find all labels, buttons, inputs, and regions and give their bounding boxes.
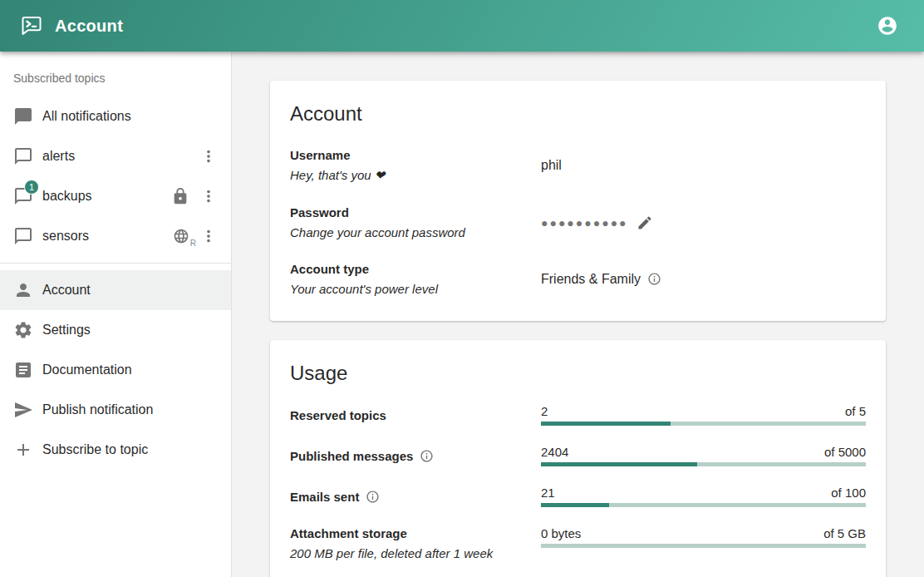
sidebar-item-topic-alerts[interactable]: alerts: [0, 136, 231, 176]
sidebar-item-documentation[interactable]: Documentation: [0, 350, 231, 390]
account-type-value: Friends & Family: [541, 272, 641, 287]
usage-card: Usage Reserved topics 2 of 5: [270, 340, 886, 577]
sidebar-item-label: Documentation: [42, 362, 218, 377]
usage-value: 21: [541, 486, 555, 500]
sidebar-item-label: All notifications: [42, 109, 218, 124]
info-icon[interactable]: [420, 449, 434, 463]
info-icon[interactable]: [647, 272, 661, 286]
usage-limit: of 5: [845, 404, 866, 418]
account-type-caption: Your account's power level: [290, 282, 541, 296]
unread-count-badge: 1: [24, 180, 39, 195]
sidebar-item-all-notifications[interactable]: All notifications: [0, 96, 231, 136]
sidebar-item-label: Subscribe to topic: [42, 442, 218, 457]
sidebar-item-label: Publish notification: [42, 402, 218, 417]
sidebar-item-label: backups: [42, 189, 171, 204]
password-caption: Change your account password: [290, 225, 541, 239]
chat-bubble-filled-icon: [13, 106, 42, 126]
username-caption: Hey, that's you ❤: [290, 168, 541, 183]
progress-fill: [541, 503, 609, 507]
chat-bubble-outline-icon: 1: [13, 186, 42, 206]
account-card-title: Account: [290, 102, 866, 126]
chat-bubble-outline-icon: [13, 146, 42, 166]
subscribed-topics-heading: Subscribed topics: [0, 57, 231, 96]
gear-icon: [13, 320, 42, 340]
progress-bar: [541, 462, 866, 466]
attachment-storage-meter: 0 bytes of 5 GB: [541, 526, 866, 548]
progress-fill: [541, 422, 671, 426]
attachment-storage-label: Attachment storage: [290, 526, 407, 540]
account-card: Account Username Hey, that's you ❤ phil …: [270, 81, 886, 321]
sidebar-item-settings[interactable]: Settings: [0, 310, 231, 350]
usage-limit: of 5 GB: [823, 526, 866, 540]
lock-icon: [171, 187, 189, 205]
usage-value: 2404: [541, 445, 568, 459]
reserved-topics-meter: 2 of 5: [541, 404, 866, 426]
usage-card-title: Usage: [290, 362, 866, 385]
attachment-storage-row: Attachment storage 200 MB per file, dele…: [290, 526, 866, 560]
page-title: Account: [55, 17, 123, 36]
account-type-label: Account type: [290, 262, 541, 276]
sidebar-item-publish-notification[interactable]: Publish notification: [0, 390, 231, 430]
password-row: Password Change your account password ●●…: [290, 205, 866, 239]
emails-sent-meter: 21 of 100: [541, 486, 866, 507]
username-value: phil: [541, 158, 562, 173]
sidebar-item-label: Settings: [42, 323, 218, 338]
ntfy-logo-icon: [20, 14, 43, 37]
usage-value: 2: [541, 404, 548, 418]
usage-limit: of 5000: [824, 445, 866, 459]
sidebar-item-subscribe-to-topic[interactable]: Subscribe to topic: [0, 430, 231, 470]
account-type-row: Account type Your account's power level …: [290, 262, 866, 296]
sidebar-item-account[interactable]: Account: [0, 270, 231, 310]
sidebar-item-label: alerts: [42, 149, 199, 164]
app-bar: Account: [0, 0, 924, 52]
kebab-menu-icon: [199, 187, 218, 205]
usage-value: 0 bytes: [541, 526, 581, 540]
reserved-topics-label: Reserved topics: [290, 408, 386, 422]
topic-menu-button[interactable]: [199, 147, 218, 165]
username-row: Username Hey, that's you ❤ phil: [290, 148, 866, 183]
username-label: Username: [290, 148, 541, 162]
sidebar-item-topic-sensors[interactable]: sensors R: [0, 216, 231, 256]
topic-menu-button[interactable]: [199, 227, 218, 245]
account-circle-icon: [877, 15, 898, 37]
account-circle-button[interactable]: [871, 9, 904, 42]
progress-bar: [541, 422, 866, 426]
emails-sent-label: Emails sent: [290, 490, 359, 504]
kebab-menu-icon: [199, 227, 218, 245]
sidebar-divider: [0, 263, 231, 264]
globe-reserved-icon: R: [173, 228, 189, 244]
edit-password-button[interactable]: [636, 215, 653, 231]
usage-limit: of 100: [831, 486, 866, 500]
sidebar: Subscribed topics All notifications aler…: [0, 52, 232, 577]
sidebar-item-label: sensors: [42, 229, 173, 244]
password-label: Password: [290, 205, 541, 219]
attachment-storage-caption: 200 MB per file, deleted after 1 week: [290, 546, 541, 560]
chat-bubble-outline-icon: [13, 226, 42, 246]
published-messages-label: Published messages: [290, 449, 413, 463]
progress-bar: [541, 503, 866, 507]
info-icon[interactable]: [366, 490, 380, 504]
progress-fill: [541, 462, 697, 466]
person-icon: [13, 280, 42, 300]
topic-menu-button[interactable]: [199, 187, 218, 205]
kebab-menu-icon: [199, 147, 218, 165]
emails-sent-row: Emails sent 21 of 100: [290, 486, 866, 507]
article-icon: [13, 360, 42, 380]
plus-icon: [13, 440, 42, 460]
password-masked-value: ●●●●●●●●●●: [541, 216, 628, 229]
sidebar-item-label: Account: [42, 283, 218, 298]
published-messages-row: Published messages 2404 of 5000: [290, 445, 866, 466]
progress-bar: [541, 544, 866, 548]
reserved-topics-row: Reserved topics 2 of 5: [290, 404, 866, 426]
main-content: Account Username Hey, that's you ❤ phil …: [232, 52, 924, 577]
send-icon: [13, 400, 42, 420]
content-layout: Subscribed topics All notifications aler…: [0, 52, 924, 577]
pencil-icon: [636, 215, 653, 231]
sidebar-item-topic-backups[interactable]: 1 backups: [0, 176, 231, 216]
published-messages-meter: 2404 of 5000: [541, 445, 866, 466]
reserved-marker: R: [190, 239, 196, 248]
